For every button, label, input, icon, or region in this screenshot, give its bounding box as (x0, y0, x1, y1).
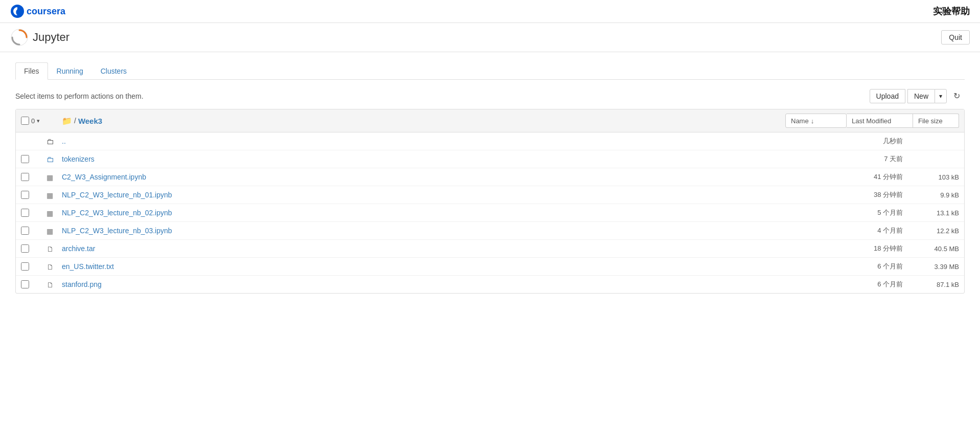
tab-clusters[interactable]: Clusters (92, 62, 135, 80)
row-modified: 6 个月前 (847, 262, 913, 271)
tab-files[interactable]: Files (15, 62, 48, 80)
chevron-down-icon: ▾ (939, 93, 942, 100)
table-row: 🗋 archive.tar 18 分钟前 40.5 MB (16, 240, 964, 258)
new-button-group: New ▾ (907, 89, 947, 103)
select-message: Select items to perform actions on them. (15, 92, 144, 100)
tabs-bar: Files Running Clusters (15, 62, 965, 80)
notebook-icon: ▦ (46, 227, 53, 235)
file-table-header: 0 ▾ 📁 / Week3 Name ↓ Last Modified File … (16, 109, 964, 132)
sort-arrow-icon: ↓ (811, 117, 814, 125)
header-dropdown-arrow[interactable]: ▾ (37, 118, 40, 124)
coursera-header: coursera 实验帮助 (0, 0, 980, 23)
row-check (21, 209, 46, 217)
row-file-name[interactable]: C2_W3_Assignment.ipynb (62, 173, 847, 181)
row-modified: 6 个月前 (847, 280, 913, 289)
row-check (21, 244, 46, 253)
row-file-icon: ▦ (46, 209, 62, 217)
row-file-name[interactable]: NLP_C2_W3_lecture_nb_02.ipynb (62, 209, 847, 217)
row-modified: 5 个月前 (847, 208, 913, 217)
col-modified-header[interactable]: Last Modified (847, 114, 913, 128)
row-file-icon: 🗋 (46, 262, 62, 271)
row-modified: 38 分钟前 (847, 190, 913, 199)
row-file-name[interactable]: stanford.png (62, 280, 847, 288)
parent-modified: 几秒前 (847, 137, 913, 146)
col-name-header[interactable]: Name ↓ (785, 114, 847, 128)
folder-icon: 🗀 (46, 155, 54, 164)
row-checkbox[interactable] (21, 191, 29, 199)
parent-directory-link[interactable]: .. (62, 137, 847, 145)
svg-text:coursera: coursera (27, 6, 66, 16)
jupyter-logo-icon (10, 28, 29, 47)
quit-button[interactable]: Quit (941, 30, 970, 44)
file-icon: 🗋 (46, 245, 54, 253)
table-row: ▦ NLP_C2_W3_lecture_nb_02.ipynb 5 个月前 13… (16, 204, 964, 222)
row-modified: 7 天前 (847, 154, 913, 164)
notebook-icon: ▦ (46, 191, 53, 199)
table-row: 🗋 stanford.png 6 个月前 87.1 kB (16, 276, 964, 293)
row-checkbox[interactable] (21, 155, 29, 163)
row-file-icon: ▦ (46, 173, 62, 182)
tab-running[interactable]: Running (48, 62, 92, 80)
file-table: 0 ▾ 📁 / Week3 Name ↓ Last Modified File … (15, 109, 965, 294)
row-size: 103 kB (913, 173, 959, 181)
row-file-name[interactable]: NLP_C2_W3_lecture_nb_03.ipynb (62, 227, 847, 235)
row-file-name[interactable]: tokenizers (62, 155, 847, 163)
parent-folder-icon: 🗀 (46, 137, 62, 146)
row-size: 3.39 MB (913, 263, 959, 271)
notebook-icon: ▦ (46, 173, 53, 182)
upload-button[interactable]: Upload (870, 89, 905, 103)
row-file-icon: ▦ (46, 227, 62, 235)
row-check (21, 173, 46, 181)
row-check (21, 262, 46, 271)
row-modified: 4 个月前 (847, 226, 913, 235)
row-checkbox[interactable] (21, 209, 29, 217)
row-checkbox[interactable] (21, 280, 29, 288)
row-checkbox[interactable] (21, 262, 29, 271)
svg-point-2 (11, 29, 28, 46)
select-all-checkbox[interactable] (21, 117, 29, 125)
row-check (21, 155, 46, 163)
jupyter-brand-text: Jupyter (33, 31, 69, 44)
notebook-icon: ▦ (46, 209, 53, 217)
row-file-name[interactable]: archive.tar (62, 244, 847, 253)
row-check (21, 227, 46, 235)
row-checkbox[interactable] (21, 227, 29, 235)
breadcrumb-separator: / (74, 117, 76, 125)
row-file-icon: 🗋 (46, 244, 62, 253)
row-modified: 41 分钟前 (847, 172, 913, 182)
row-size: 12.2 kB (913, 227, 959, 235)
jupyter-header: Jupyter Quit (0, 23, 980, 52)
row-checkbox[interactable] (21, 173, 29, 181)
breadcrumb: 📁 / Week3 (62, 116, 785, 126)
refresh-button[interactable]: ↻ (949, 88, 965, 104)
row-size: 13.1 kB (913, 209, 959, 217)
file-icon: 🗋 (46, 263, 54, 271)
row-file-name[interactable]: en_US.twitter.txt (62, 262, 847, 271)
svg-point-0 (11, 5, 24, 18)
refresh-icon: ↻ (953, 92, 960, 100)
folder-icon-header: 📁 (62, 116, 72, 126)
row-file-icon: 🗋 (46, 280, 62, 289)
toolbar-right: Upload New ▾ ↻ (870, 88, 965, 104)
row-checkbox[interactable] (21, 244, 29, 253)
breadcrumb-week3[interactable]: Week3 (78, 117, 102, 125)
new-button[interactable]: New (907, 89, 935, 103)
row-size: 87.1 kB (913, 281, 959, 288)
new-dropdown-button[interactable]: ▾ (935, 89, 947, 103)
row-check (21, 280, 46, 288)
row-size: 40.5 MB (913, 245, 959, 253)
selected-count: 0 (31, 117, 35, 125)
table-row: ▦ C2_W3_Assignment.ipynb 41 分钟前 103 kB (16, 168, 964, 186)
coursera-logo[interactable]: coursera (10, 4, 77, 18)
main-content: Files Running Clusters Select items to p… (0, 52, 980, 304)
col-name-label: Name (791, 117, 809, 125)
toolbar: Select items to perform actions on them.… (15, 88, 965, 104)
col-size-header[interactable]: File size (913, 114, 959, 128)
table-row: 🗀 tokenizers 7 天前 (16, 150, 964, 168)
row-modified: 18 分钟前 (847, 244, 913, 253)
row-check (21, 191, 46, 199)
row-file-icon: ▦ (46, 191, 62, 199)
file-rows-container: 🗀 tokenizers 7 天前 ▦ C2_W3_Assignment.ipy… (16, 150, 964, 293)
header-columns: Name ↓ Last Modified File size (785, 114, 959, 128)
row-file-name[interactable]: NLP_C2_W3_lecture_nb_01.ipynb (62, 191, 847, 199)
